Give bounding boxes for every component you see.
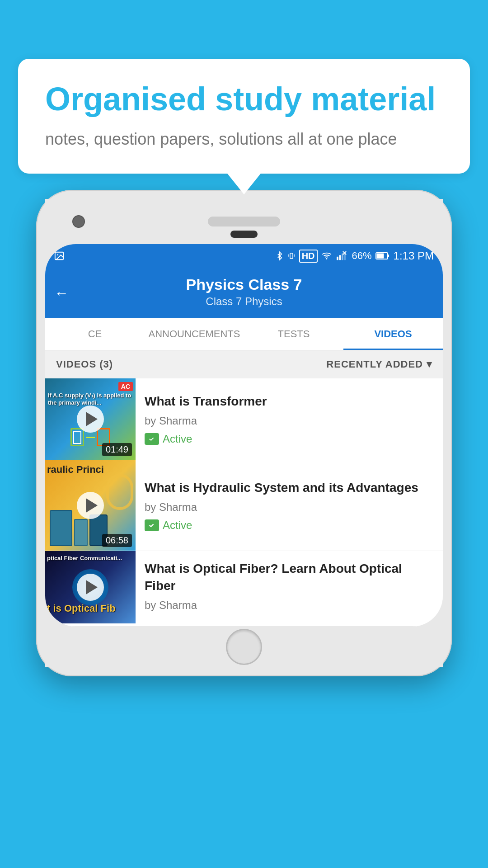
battery-percent: 66% — [352, 250, 372, 262]
status-right-icons: HD 66% — [276, 250, 434, 263]
battery-icon — [375, 251, 390, 261]
thumb-label-1: AC — [118, 382, 133, 391]
video-item-2[interactable]: raulic Princi — [45, 460, 443, 551]
phone-mockup: HD 66% — [36, 190, 452, 868]
play-button-3[interactable] — [77, 574, 104, 601]
svg-rect-17 — [388, 255, 389, 257]
phone-screen: HD 66% — [45, 244, 443, 627]
signal-icon — [336, 251, 348, 261]
status-left-icons — [54, 251, 64, 261]
camera — [72, 215, 85, 228]
status-bar: HD 66% — [45, 244, 443, 268]
video-author-1: by Sharma — [145, 415, 434, 427]
tab-ce[interactable]: CE — [45, 318, 145, 350]
duration-badge-1: 01:49 — [102, 443, 132, 456]
videos-count: VIDEOS (3) — [56, 359, 113, 370]
tab-tests[interactable]: TESTS — [244, 318, 343, 350]
video-thumbnail-2: raulic Princi — [45, 460, 136, 551]
bubble-title: Organised study material — [45, 81, 443, 117]
video-title-3: What is Optical Fiber? Learn About Optic… — [145, 560, 434, 594]
clock: 1:13 PM — [394, 250, 434, 262]
play-button-1[interactable] — [77, 406, 104, 433]
svg-rect-10 — [337, 257, 338, 260]
page-title: Physics Class 7 — [54, 276, 434, 293]
tab-videos[interactable]: VIDEOS — [343, 318, 443, 350]
video-item-1[interactable]: AC If A.C supply (V₁) is applied to the … — [45, 378, 443, 460]
home-button-area — [230, 231, 258, 238]
status-text-1: Active — [163, 433, 192, 445]
video-status-1: Active — [145, 433, 434, 445]
svg-rect-18 — [376, 254, 384, 259]
thumb-text-3: ptical Fiber Communicati... — [47, 555, 133, 562]
video-title-2: What is Hydraulic System and its Advanta… — [145, 479, 434, 496]
play-button-2[interactable] — [77, 492, 104, 519]
hd-badge: HD — [299, 250, 318, 263]
tab-announcements[interactable]: ANNOUNCEMENTS — [145, 318, 244, 350]
tab-bar: CE ANNOUNCEMENTS TESTS VIDEOS — [45, 318, 443, 350]
wifi-icon — [321, 251, 332, 261]
back-button[interactable]: ← — [54, 284, 69, 301]
speech-bubble: Organised study material notes, question… — [18, 59, 470, 174]
thumb-text-2: raulic Princi — [47, 464, 133, 476]
video-item-3[interactable]: ptical Fiber Communicati... t is Optical… — [45, 551, 443, 627]
status-icon-2 — [145, 519, 159, 531]
thumb-text-1: If A.C supply (V₁) is applied to the pri… — [48, 392, 133, 406]
svg-rect-2 — [290, 253, 293, 259]
bluetooth-icon — [276, 251, 284, 261]
video-title-1: What is Transformer — [145, 393, 434, 410]
thumb-label-3: t is Optical Fib — [47, 603, 116, 614]
vibrate-icon — [287, 251, 296, 261]
video-thumbnail-1: AC If A.C supply (V₁) is applied to the … — [45, 378, 136, 460]
sort-button[interactable]: RECENTLY ADDED ▾ — [326, 359, 432, 370]
status-text-2: Active — [163, 519, 192, 532]
video-author-2: by Sharma — [145, 501, 434, 514]
video-author-3: by Sharma — [145, 599, 434, 612]
videos-header: VIDEOS (3) RECENTLY ADDED ▾ — [45, 350, 443, 378]
svg-point-1 — [57, 254, 58, 255]
video-thumbnail-3: ptical Fiber Communicati... t is Optical… — [45, 551, 136, 626]
app-header: ← Physics Class 7 Class 7 Physics — [45, 268, 443, 318]
status-icon-1 — [145, 433, 159, 445]
svg-rect-11 — [339, 255, 341, 260]
duration-badge-2: 06:58 — [102, 534, 132, 547]
home-button[interactable] — [226, 629, 262, 665]
video-info-3: What is Optical Fiber? Learn About Optic… — [136, 551, 443, 626]
chevron-down-icon: ▾ — [427, 359, 432, 370]
video-info-1: What is Transformer by Sharma Active — [136, 378, 443, 460]
bubble-subtitle: notes, question papers, solutions all at… — [45, 128, 443, 151]
svg-point-9 — [326, 258, 327, 259]
breadcrumb: Class 7 Physics — [54, 295, 434, 308]
image-icon — [54, 251, 64, 261]
phone-outer: HD 66% — [36, 190, 452, 676]
phone-top-bar — [45, 199, 443, 244]
sort-label: RECENTLY ADDED — [326, 359, 423, 370]
speech-bubble-container: Organised study material notes, question… — [18, 59, 470, 174]
video-status-2: Active — [145, 519, 434, 532]
screen: HD 66% — [45, 244, 443, 627]
video-info-2: What is Hydraulic System and its Advanta… — [136, 460, 443, 551]
phone-bottom — [45, 627, 443, 667]
speaker — [208, 217, 280, 226]
